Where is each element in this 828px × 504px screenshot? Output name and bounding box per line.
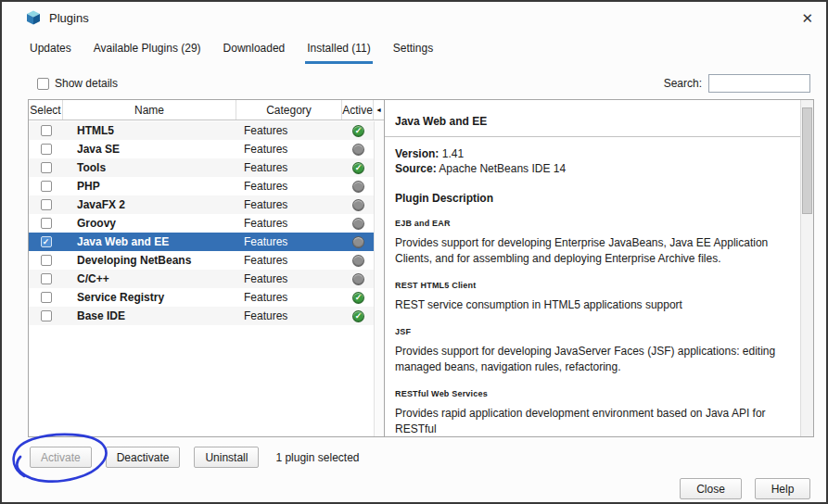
active-status-icon: ✓ — [352, 125, 364, 137]
plugin-category: Features — [236, 161, 342, 174]
close-button[interactable]: Close — [680, 478, 742, 499]
plugin-table-body: HTML5 Features ✓ Java SE Features Tools … — [29, 121, 374, 436]
table-row[interactable]: Base IDE Features ✓ — [29, 307, 374, 325]
details-scrollbar[interactable] — [800, 100, 813, 436]
plugin-name: HTML5 — [63, 124, 236, 137]
plugin-category: Features — [236, 217, 342, 230]
row-checkbox[interactable] — [41, 162, 52, 173]
table-row[interactable]: Groovy Features — [29, 214, 374, 233]
table-corner-icon[interactable]: ◄ — [374, 100, 384, 120]
active-status-icon — [352, 199, 364, 211]
source-value: Apache NetBeans IDE 14 — [439, 162, 566, 175]
tab-updates[interactable]: Updates — [28, 36, 73, 64]
details-title-row: Java Web and EE — [385, 100, 813, 137]
row-checkbox[interactable]: ✓ — [41, 236, 52, 247]
plugin-name: PHP — [63, 180, 236, 193]
plugin-name: C/C++ — [63, 272, 236, 285]
row-checkbox[interactable] — [41, 310, 52, 321]
plugin-name: Base IDE — [63, 309, 236, 322]
plugin-name: JavaFX 2 — [63, 198, 236, 211]
table-row[interactable]: HTML5 Features ✓ — [29, 121, 374, 140]
netbeans-logo-icon — [26, 10, 41, 25]
table-row[interactable]: Java SE Features — [29, 140, 374, 158]
table-row[interactable]: Developing NetBeans Features — [29, 251, 374, 270]
description-section: EJB and EAR Provides support for develop… — [395, 219, 783, 267]
active-status-icon: ✓ — [352, 162, 364, 174]
search-label: Search: — [664, 77, 702, 90]
show-details-toggle[interactable]: Show details — [37, 77, 118, 90]
main-pane: Select Name Category Active ◄ HTML5 Feat… — [28, 99, 814, 437]
row-checkbox[interactable] — [41, 292, 52, 303]
table-scrollbar[interactable] — [374, 121, 384, 436]
deactivate-button[interactable]: Deactivate — [106, 447, 181, 468]
active-status-icon: ✓ — [352, 292, 364, 304]
plugin-category: Features — [236, 180, 342, 193]
table-row[interactable]: Service Registry Features ✓ — [29, 288, 374, 307]
tabs: UpdatesAvailable Plugins (29)DownloadedI… — [28, 36, 435, 64]
active-status-icon: ✓ — [352, 310, 364, 322]
plugins-dialog: Plugins ✕ UpdatesAvailable Plugins (29)D… — [0, 0, 828, 504]
description-section: REST HTML5 Client REST service consumpti… — [395, 281, 783, 313]
plugin-name: Developing NetBeans — [63, 254, 236, 267]
source-label: Source: — [395, 162, 437, 175]
search-area: Search: — [664, 74, 810, 93]
source-line: Source: Apache NetBeans IDE 14 — [395, 161, 783, 176]
table-row[interactable]: PHP Features — [29, 177, 374, 195]
row-checkbox[interactable] — [41, 255, 52, 266]
header-select[interactable]: Select — [29, 100, 63, 120]
row-checkbox[interactable] — [41, 144, 52, 155]
selection-status: 1 plugin selected — [275, 451, 359, 464]
plugin-description-heading: Plugin Description — [395, 192, 783, 205]
header-active[interactable]: Active — [342, 100, 374, 120]
plugin-category: Features — [236, 235, 342, 248]
uninstall-button[interactable]: Uninstall — [194, 447, 259, 468]
tab-available-plugins-29[interactable]: Available Plugins (29) — [92, 36, 203, 64]
plugin-name: Service Registry — [63, 291, 236, 304]
active-status-icon — [352, 181, 364, 193]
description-sections: EJB and EAR Provides support for develop… — [395, 219, 783, 436]
table-row[interactable]: Tools Features ✓ — [29, 158, 374, 177]
toolbar: Show details Search: — [28, 72, 810, 94]
active-status-icon — [352, 236, 364, 248]
plugin-name: Tools — [63, 161, 236, 174]
section-text: Provides support for developing Enterpri… — [395, 235, 783, 267]
table-row[interactable]: ✓ Java Web and EE Features — [29, 233, 374, 251]
tab-installed-11[interactable]: Installed (11) — [305, 36, 372, 64]
header-name[interactable]: Name — [63, 100, 236, 120]
plugin-category: Features — [236, 124, 342, 137]
row-checkbox[interactable] — [41, 199, 52, 210]
details-title: Java Web and EE — [395, 115, 487, 128]
search-input[interactable] — [708, 74, 810, 93]
plugin-category: Features — [236, 291, 342, 304]
row-checkbox[interactable] — [41, 125, 52, 136]
table-row[interactable]: C/C++ Features — [29, 270, 374, 288]
section-heading: EJB and EAR — [395, 219, 783, 228]
section-text: REST service consumption in HTML5 applic… — [395, 297, 783, 313]
help-button[interactable]: Help — [755, 478, 810, 499]
details-scrollbar-thumb[interactable] — [802, 107, 812, 214]
plugin-category: Features — [236, 309, 342, 322]
table-row[interactable]: JavaFX 2 Features — [29, 195, 374, 214]
version-label: Version: — [395, 147, 439, 160]
tab-settings[interactable]: Settings — [391, 36, 435, 64]
section-heading: JSF — [395, 327, 783, 336]
active-status-icon — [352, 255, 364, 267]
show-details-label: Show details — [55, 77, 118, 90]
tab-downloaded[interactable]: Downloaded — [222, 36, 287, 64]
plugin-name: Java Web and EE — [63, 235, 236, 248]
section-text: Provides support for developing JavaServ… — [395, 344, 783, 375]
plugin-name: Groovy — [63, 217, 236, 230]
plugin-name: Java SE — [63, 143, 236, 156]
row-checkbox[interactable] — [41, 218, 52, 229]
window-title: Plugins — [49, 11, 89, 25]
table-header: Select Name Category Active ◄ — [29, 100, 384, 120]
activate-button[interactable]: Activate — [30, 447, 92, 468]
section-text: Provides rapid application development e… — [395, 406, 783, 436]
row-checkbox[interactable] — [41, 181, 52, 192]
header-category[interactable]: Category — [236, 100, 342, 120]
row-checkbox[interactable] — [41, 273, 52, 284]
active-status-icon — [352, 144, 364, 156]
show-details-checkbox[interactable] — [37, 78, 49, 90]
plugin-category: Features — [236, 143, 342, 156]
close-icon[interactable]: ✕ — [801, 11, 813, 25]
